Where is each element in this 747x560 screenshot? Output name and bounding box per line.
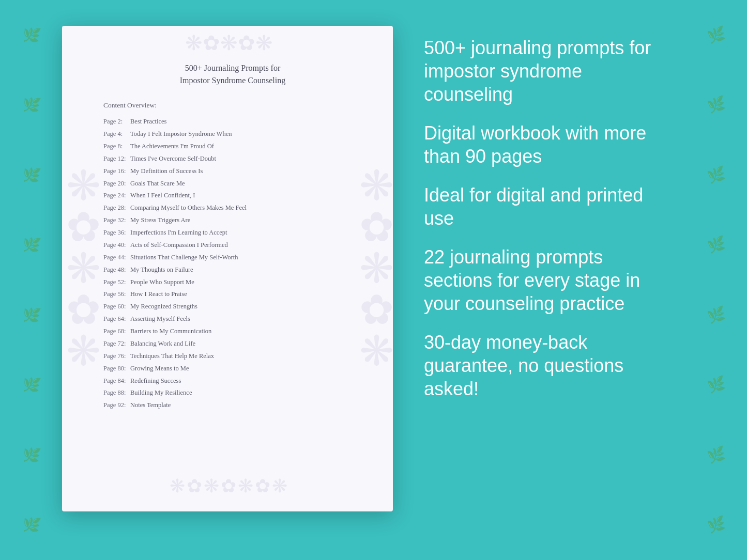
toc-item: Page 20:Goals That Scare Me <box>103 177 362 190</box>
toc-title: Today I Felt Impostor Syndrome When <box>130 130 232 137</box>
toc-title: My Thoughts on Failure <box>130 266 193 273</box>
toc-item: Page 64:Asserting Myself Feels <box>103 313 362 325</box>
doc-title-line2: Impostor Syndrome Counseling <box>180 76 285 85</box>
toc-page-number: Page 92: <box>103 401 130 410</box>
toc-page-number: Page 8: <box>103 142 130 151</box>
feature-text: 30-day money-back guarantee, no question… <box>424 331 675 400</box>
toc-page-number: Page 68: <box>103 327 130 336</box>
toc-item: Page 56:How I React to Praise <box>103 288 362 301</box>
toc-title: Goals That Scare Me <box>130 180 185 187</box>
toc-page-number: Page 72: <box>103 339 130 349</box>
toc-title: Times I've Overcome Self-Doubt <box>130 155 216 162</box>
toc-page-number: Page 76: <box>103 352 130 361</box>
feature-text: 500+ journaling prompts for impostor syn… <box>424 36 675 106</box>
toc-item: Page 4:Today I Felt Impostor Syndrome Wh… <box>103 128 362 141</box>
toc-title: My Recognized Strengths <box>130 303 197 310</box>
toc-list: Page 2:Best PracticesPage 4:Today I Felt… <box>103 116 362 412</box>
toc-item: Page 44:Situations That Challenge My Sel… <box>103 252 362 264</box>
toc-title: Acts of Self-Compassion I Performed <box>130 241 228 248</box>
toc-item: Page 68:Barriers to My Communication <box>103 325 362 338</box>
toc-page-number: Page 4: <box>103 130 130 139</box>
content-overview-label: Content Overview: <box>103 101 362 110</box>
toc-page-number: Page 56: <box>103 290 130 299</box>
toc-item: Page 8:The Achievements I'm Proud Of <box>103 141 362 153</box>
toc-page-number: Page 84: <box>103 377 130 386</box>
toc-title: Techniques That Help Me Relax <box>130 352 214 360</box>
mandala-right-decoration: ❋✿❋✿❋ <box>359 165 389 372</box>
toc-page-number: Page 32: <box>103 216 130 225</box>
toc-page-number: Page 48: <box>103 266 130 275</box>
toc-title: Balancing Work and Life <box>130 340 195 347</box>
toc-item: Page 52:People Who Support Me <box>103 276 362 288</box>
toc-item: Page 40:Acts of Self-Compassion I Perfor… <box>103 239 362 252</box>
toc-page-number: Page 44: <box>103 253 130 262</box>
toc-page-number: Page 80: <box>103 364 130 374</box>
feature-text: Digital workbook with more than 90 pages <box>424 121 675 168</box>
toc-title: Growing Means to Me <box>130 365 189 372</box>
toc-page-number: Page 52: <box>103 278 130 287</box>
mandala-bottom-decoration: ❋ ✿ ❋ ✿ ❋ ✿ ❋ <box>150 475 305 506</box>
toc-item: Page 36:Imperfections I'm Learning to Ac… <box>103 227 362 239</box>
toc-title: Best Practices <box>130 118 166 125</box>
feature-text: Ideal for digital and printed use <box>424 183 675 230</box>
toc-page-number: Page 36: <box>103 228 130 238</box>
toc-title: Situations That Challenge My Self-Worth <box>130 254 238 261</box>
mandala-top-decoration: ❋ ✿ ❋ ✿ ❋ <box>176 31 279 62</box>
toc-title: Building My Resilience <box>130 389 192 396</box>
toc-item: Page 72:Balancing Work and Life <box>103 338 362 350</box>
toc-item: Page 60:My Recognized Strengths <box>103 301 362 313</box>
toc-title: My Definition of Success Is <box>130 167 203 175</box>
toc-page-number: Page 88: <box>103 388 130 398</box>
toc-page-number: Page 60: <box>103 302 130 312</box>
toc-title: Asserting Myself Feels <box>130 315 190 322</box>
toc-page-number: Page 64: <box>103 315 130 324</box>
toc-title: Barriers to My Communication <box>130 328 211 335</box>
document-title: 500+ Journaling Prompts for Impostor Syn… <box>103 62 362 87</box>
doc-title-line1: 500+ Journaling Prompts for <box>185 64 281 72</box>
toc-item: Page 48:My Thoughts on Failure <box>103 264 362 276</box>
toc-page-number: Page 12: <box>103 154 130 164</box>
toc-item: Page 2:Best Practices <box>103 116 362 128</box>
toc-title: My Stress Triggers Are <box>130 216 190 224</box>
toc-item: Page 28:Comparing Myself to Others Makes… <box>103 202 362 214</box>
toc-title: Comparing Myself to Others Makes Me Feel <box>130 204 247 211</box>
toc-page-number: Page 24: <box>103 191 130 200</box>
toc-page-number: Page 16: <box>103 167 130 176</box>
toc-page-number: Page 40: <box>103 241 130 250</box>
toc-page-number: Page 2: <box>103 117 130 127</box>
toc-page-number: Page 20: <box>103 179 130 189</box>
toc-title: People Who Support Me <box>130 278 194 286</box>
toc-item: Page 88:Building My Resilience <box>103 387 362 399</box>
toc-item: Page 24:When I Feel Confident, I <box>103 190 362 202</box>
toc-item: Page 16:My Definition of Success Is <box>103 165 362 178</box>
toc-item: Page 92:Notes Template <box>103 399 362 412</box>
document-panel: ❋ ✿ ❋ ✿ ❋ ❋ ✿ ❋ ✿ ❋ ✿ ❋ ❋✿❋✿❋ ❋✿❋✿❋ 500+… <box>62 26 393 511</box>
toc-title: When I Feel Confident, I <box>130 192 195 199</box>
toc-title: Redefining Success <box>130 377 181 384</box>
right-panel: 500+ journaling prompts for impostor syn… <box>393 15 716 545</box>
toc-title: Imperfections I'm Learning to Accept <box>130 229 227 236</box>
toc-item: Page 84:Redefining Success <box>103 375 362 387</box>
toc-title: How I React to Praise <box>130 290 187 298</box>
toc-item: Page 76:Techniques That Help Me Relax <box>103 350 362 363</box>
toc-title: The Achievements I'm Proud Of <box>130 143 214 150</box>
mandala-left-decoration: ❋✿❋✿❋ <box>66 165 96 372</box>
toc-item: Page 80:Growing Means to Me <box>103 363 362 375</box>
feature-text: 22 journaling prompts sections for every… <box>424 245 675 315</box>
toc-item: Page 32:My Stress Triggers Are <box>103 214 362 227</box>
main-layout: ❋ ✿ ❋ ✿ ❋ ❋ ✿ ❋ ✿ ❋ ✿ ❋ ❋✿❋✿❋ ❋✿❋✿❋ 500+… <box>0 0 747 560</box>
toc-page-number: Page 28: <box>103 204 130 213</box>
toc-item: Page 12:Times I've Overcome Self-Doubt <box>103 153 362 165</box>
toc-title: Notes Template <box>130 401 171 409</box>
